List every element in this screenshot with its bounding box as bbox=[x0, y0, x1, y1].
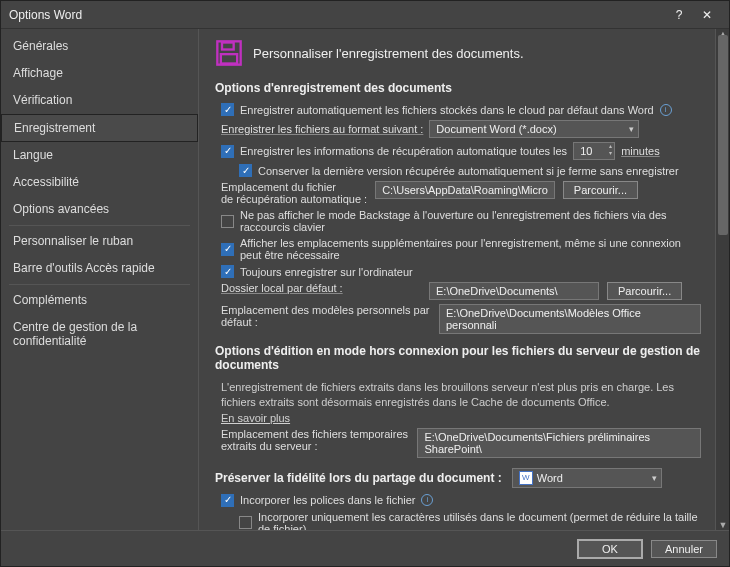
input-temp-location[interactable]: E:\OneDrive\Documents\Fichiers prélimina… bbox=[417, 428, 701, 458]
label-default-folder: Dossier local par défaut : bbox=[221, 282, 421, 294]
category-sidebar: Générales Affichage Vérification Enregis… bbox=[1, 29, 199, 530]
options-dialog: Options Word ? ✕ Générales Affichage Vér… bbox=[0, 0, 730, 567]
browse-default-folder-button[interactable]: Parcourir... bbox=[607, 282, 682, 300]
sidebar-item-accessibility[interactable]: Accessibilité bbox=[1, 169, 198, 196]
sidebar-item-general[interactable]: Générales bbox=[1, 33, 198, 60]
sidebar-item-display[interactable]: Affichage bbox=[1, 60, 198, 87]
row-autosave-cloud: Enregistrer automatiquement les fichiers… bbox=[221, 103, 701, 116]
browse-recover-location-button[interactable]: Parcourir... bbox=[563, 181, 638, 199]
dialog-footer: OK Annuler bbox=[1, 530, 729, 566]
label-embed-subset: Incorporer uniquement les caractères uti… bbox=[258, 511, 698, 530]
checkbox-auto-recover[interactable] bbox=[221, 145, 234, 158]
sidebar-item-qat[interactable]: Barre d'outils Accès rapide bbox=[1, 255, 198, 282]
sidebar-item-addins[interactable]: Compléments bbox=[1, 287, 198, 314]
sidebar-item-save[interactable]: Enregistrement bbox=[1, 114, 198, 142]
svg-rect-2 bbox=[221, 54, 237, 63]
sidebar-item-proofing[interactable]: Vérification bbox=[1, 87, 198, 114]
close-button[interactable]: ✕ bbox=[693, 4, 721, 26]
row-recover-location: Emplacement du fichier de récupération a… bbox=[221, 181, 701, 205]
offline-note: L'enregistrement de fichiers extraits da… bbox=[221, 380, 695, 410]
row-embed-subset: Incorporer uniquement les caractères uti… bbox=[239, 511, 701, 530]
row-save-format: Enregistrer les fichiers au format suiva… bbox=[221, 120, 701, 138]
checkbox-always-local[interactable] bbox=[221, 265, 234, 278]
section-fidelity-title-row: Préserver la fidélité lors du partage du… bbox=[215, 468, 701, 488]
label-autosave-cloud: Enregistrer automatiquement les fichiers… bbox=[240, 104, 654, 116]
label-auto-recover-a: Enregistrer les informations de récupéra… bbox=[240, 145, 567, 157]
window-title: Options Word bbox=[9, 8, 665, 22]
section-save-options-title: Options d'enregistrement des documents bbox=[215, 81, 701, 95]
checkbox-keep-last-version[interactable] bbox=[239, 164, 252, 177]
row-keep-last-version: Conserver la dernière version récupérée … bbox=[239, 164, 701, 177]
label-keep-last-version: Conserver la dernière version récupérée … bbox=[258, 165, 679, 177]
checkbox-embed-fonts[interactable] bbox=[221, 494, 234, 507]
row-default-folder: Dossier local par défaut : E:\OneDrive\D… bbox=[221, 282, 701, 300]
sidebar-separator bbox=[9, 284, 190, 285]
scroll-down-arrow[interactable]: ▼ bbox=[718, 520, 728, 530]
vertical-scrollbar[interactable]: ▲ ▼ bbox=[715, 29, 729, 530]
label-recover-location: Emplacement du fichier de récupération a… bbox=[221, 181, 367, 205]
word-doc-icon: W bbox=[519, 471, 533, 485]
row-templates-location: Emplacement des modèles personnels par d… bbox=[221, 304, 701, 334]
sidebar-item-customize-ribbon[interactable]: Personnaliser le ruban bbox=[1, 228, 198, 255]
dialog-body: Générales Affichage Vérification Enregis… bbox=[1, 29, 729, 530]
checkbox-no-backstage[interactable] bbox=[221, 215, 234, 228]
panel-title: Personnaliser l'enregistrement des docum… bbox=[253, 46, 524, 61]
label-temp-location: Emplacement des fichiers temporaires ext… bbox=[221, 428, 409, 452]
input-default-folder[interactable]: E:\OneDrive\Documents\ bbox=[429, 282, 599, 300]
save-icon bbox=[215, 39, 243, 67]
scrollbar-thumb[interactable] bbox=[718, 35, 728, 235]
label-templates-location: Emplacement des modèles personnels par d… bbox=[221, 304, 431, 328]
label-always-local: Toujours enregistrer sur l'ordinateur bbox=[240, 266, 413, 278]
input-recover-location[interactable]: C:\Users\AppData\Roaming\Micro bbox=[375, 181, 555, 199]
main-panel: Personnaliser l'enregistrement des docum… bbox=[199, 29, 715, 530]
row-temp-location: Emplacement des fichiers temporaires ext… bbox=[221, 428, 701, 458]
label-show-extra-locations: Afficher les emplacements supplémentaire… bbox=[240, 237, 700, 261]
label-embed-fonts: Incorporer les polices dans le fichier bbox=[240, 494, 415, 506]
label-no-backstage: Ne pas afficher le mode Backstage à l'ou… bbox=[240, 209, 680, 233]
help-button[interactable]: ? bbox=[665, 4, 693, 26]
checkbox-autosave-cloud[interactable] bbox=[221, 103, 234, 116]
row-always-local: Toujours enregistrer sur l'ordinateur bbox=[221, 265, 701, 278]
row-auto-recover: Enregistrer les informations de récupéra… bbox=[221, 142, 701, 160]
titlebar: Options Word ? ✕ bbox=[1, 1, 729, 29]
select-document[interactable]: W Word bbox=[512, 468, 662, 488]
learn-more-link[interactable]: En savoir plus bbox=[221, 412, 701, 424]
row-no-backstage: Ne pas afficher le mode Backstage à l'ou… bbox=[221, 209, 701, 233]
section-offline-title: Options d'édition en mode hors connexion… bbox=[215, 344, 701, 372]
info-icon[interactable]: i bbox=[421, 494, 433, 506]
sidebar-separator bbox=[9, 225, 190, 226]
select-save-format[interactable]: Document Word (*.docx) bbox=[429, 120, 639, 138]
checkbox-embed-subset[interactable] bbox=[239, 516, 252, 529]
sidebar-item-advanced[interactable]: Options avancées bbox=[1, 196, 198, 223]
checkbox-show-extra-locations[interactable] bbox=[221, 243, 234, 256]
cancel-button[interactable]: Annuler bbox=[651, 540, 717, 558]
sidebar-item-language[interactable]: Langue bbox=[1, 142, 198, 169]
info-icon[interactable]: i bbox=[660, 104, 672, 116]
row-embed-fonts: Incorporer les polices dans le fichier i bbox=[221, 494, 701, 507]
section-fidelity-title: Préserver la fidélité lors du partage du… bbox=[215, 471, 502, 485]
svg-rect-1 bbox=[222, 43, 234, 50]
panel-header: Personnaliser l'enregistrement des docum… bbox=[215, 39, 701, 67]
ok-button[interactable]: OK bbox=[577, 539, 643, 559]
sidebar-item-trust-center[interactable]: Centre de gestion de la confidentialité bbox=[1, 314, 198, 355]
label-save-format: Enregistrer les fichiers au format suiva… bbox=[221, 123, 423, 135]
input-templates-location[interactable]: E:\OneDrive\Documents\Modèles Office per… bbox=[439, 304, 701, 334]
row-show-extra-locations: Afficher les emplacements supplémentaire… bbox=[221, 237, 701, 261]
label-auto-recover-b: minutes bbox=[621, 145, 660, 157]
main-wrap: Personnaliser l'enregistrement des docum… bbox=[199, 29, 729, 530]
spinner-minutes[interactable]: 10 bbox=[573, 142, 615, 160]
